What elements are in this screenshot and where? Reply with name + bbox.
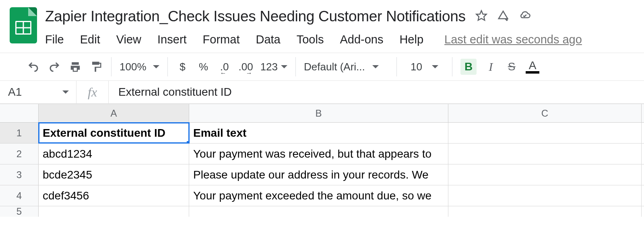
menu-format[interactable]: Format xyxy=(195,31,248,48)
name-box-value: A1 xyxy=(8,86,22,99)
cell-B2[interactable]: Your payment was received, but that appe… xyxy=(189,144,448,164)
more-formats-dropdown[interactable]: 123 xyxy=(260,60,287,74)
cell-C2[interactable] xyxy=(448,144,642,164)
row-header-3[interactable]: 3 xyxy=(0,164,39,185)
format-percent-button[interactable]: % xyxy=(197,60,211,74)
cell-A3[interactable]: bcde2345 xyxy=(39,164,189,185)
fx-icon: fx xyxy=(76,81,109,103)
menu-edit[interactable]: Edit xyxy=(72,31,108,48)
svg-marker-0 xyxy=(476,11,486,21)
zoom-value: 100% xyxy=(120,61,147,73)
cloud-saved-icon[interactable] xyxy=(519,10,531,23)
increase-decimal-button[interactable]: .00→ xyxy=(239,60,253,74)
menu-file[interactable]: File xyxy=(45,31,72,48)
cell-C5[interactable] xyxy=(448,206,642,217)
redo-icon[interactable] xyxy=(47,60,61,74)
menu-insert[interactable]: Insert xyxy=(149,31,195,48)
row-header-4[interactable]: 4 xyxy=(0,185,39,206)
cell-A5[interactable] xyxy=(39,206,189,217)
menu-data[interactable]: Data xyxy=(248,31,288,48)
decrease-decimal-button[interactable]: .0← xyxy=(218,60,231,74)
cell-B5[interactable] xyxy=(189,206,448,217)
formula-bar[interactable]: External constituent ID xyxy=(109,86,644,99)
chevron-down-icon xyxy=(372,65,379,68)
move-icon[interactable] xyxy=(497,10,509,23)
star-icon[interactable] xyxy=(475,10,487,23)
menu-help[interactable]: Help xyxy=(391,31,431,48)
font-size-dropdown[interactable]: 10 xyxy=(405,61,444,73)
cell-B3[interactable]: Please update our address in your record… xyxy=(189,164,448,185)
cell-B4[interactable]: Your payment exceeded the amount due, so… xyxy=(189,185,448,206)
cell-C1[interactable] xyxy=(448,123,642,143)
font-size-value: 10 xyxy=(411,61,422,73)
cell-C3[interactable] xyxy=(448,164,642,185)
select-all-corner[interactable] xyxy=(0,104,39,122)
print-icon[interactable] xyxy=(68,60,82,74)
cell-C4[interactable] xyxy=(448,185,642,206)
font-name: Default (Ari... xyxy=(304,61,365,73)
chevron-down-icon xyxy=(281,65,287,68)
row-header-1[interactable]: 1 xyxy=(0,123,39,143)
undo-icon[interactable] xyxy=(27,60,40,74)
cell-A2[interactable]: abcd1234 xyxy=(39,144,189,164)
row-header-5[interactable]: 5 xyxy=(0,206,39,217)
bold-button[interactable]: B xyxy=(460,59,477,75)
cell-A4[interactable]: cdef3456 xyxy=(39,185,189,206)
chevron-down-icon xyxy=(432,65,438,68)
sheets-logo[interactable] xyxy=(10,7,37,43)
menu-view[interactable]: View xyxy=(108,31,149,48)
menu-tools[interactable]: Tools xyxy=(289,31,332,48)
paint-format-icon[interactable] xyxy=(89,60,103,74)
column-header-B[interactable]: B xyxy=(189,104,448,122)
strikethrough-button[interactable]: S xyxy=(505,60,518,74)
row-header-2[interactable]: 2 xyxy=(0,144,39,164)
cell-A1[interactable]: External constituent ID xyxy=(39,123,189,143)
italic-button[interactable]: I xyxy=(484,60,497,74)
svg-marker-1 xyxy=(498,11,508,19)
chevron-down-icon xyxy=(153,65,159,68)
text-color-button[interactable]: A xyxy=(526,60,539,74)
format-currency-button[interactable]: $ xyxy=(176,60,190,74)
column-header-C[interactable]: C xyxy=(448,104,642,122)
zoom-dropdown[interactable]: 100% xyxy=(120,61,159,73)
chevron-down-icon xyxy=(62,90,69,94)
name-box[interactable]: A1 xyxy=(0,81,76,103)
last-edit-link[interactable]: Last edit was seconds ago xyxy=(444,33,582,46)
menu-addons[interactable]: Add-ons xyxy=(332,31,391,48)
doc-title[interactable]: Zapier Integration_Check Issues Needing … xyxy=(45,8,466,25)
spreadsheet-grid[interactable]: A B C 1 External constituent ID Email te… xyxy=(0,104,644,217)
column-header-A[interactable]: A xyxy=(39,104,189,122)
cell-B1[interactable]: Email text xyxy=(189,123,448,143)
font-family-dropdown[interactable]: Default (Ari... xyxy=(304,61,388,73)
